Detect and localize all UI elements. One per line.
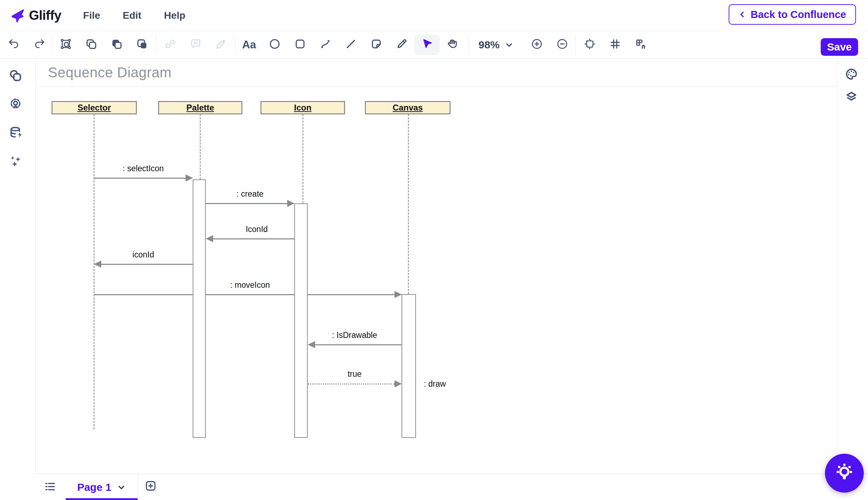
lifeline-palette[interactable] — [200, 114, 201, 179]
arrowhead — [287, 200, 295, 207]
message-label-draw[interactable]: : draw — [424, 379, 446, 389]
top-bar: Gliffy File Edit Help Back to Confluence — [0, 0, 868, 31]
select-transform-icon — [60, 38, 72, 52]
line-tool-icon — [345, 38, 357, 52]
message-label-true[interactable]: true — [308, 369, 402, 379]
message-label-iconid-to-selector[interactable]: iconId — [94, 250, 193, 260]
activation-bar-canvas[interactable] — [402, 294, 416, 438]
settings-panel-button[interactable] — [7, 96, 24, 113]
actor-icon[interactable]: Icon — [260, 101, 345, 114]
sequence-diagram: Selector Palette Icon Canvas : selectIco… — [36, 87, 837, 474]
lifeline-selector[interactable] — [94, 114, 95, 429]
message-label-selecticon[interactable]: : selectIcon — [94, 164, 193, 173]
link-icon — [164, 38, 176, 52]
pencil-tool-button[interactable] — [389, 35, 414, 55]
send-backward-icon — [110, 38, 123, 52]
zoom-in-icon — [531, 38, 543, 52]
data-import-button[interactable] — [7, 125, 24, 142]
text-tool-button[interactable]: Aa — [236, 35, 262, 55]
message-line-selecticon[interactable] — [94, 178, 186, 179]
shapes-panel-button[interactable] — [7, 68, 24, 85]
arrowhead — [186, 174, 193, 181]
undo-icon — [8, 38, 20, 52]
actor-canvas[interactable]: Canvas — [365, 101, 451, 114]
comment-icon — [189, 38, 202, 52]
bring-forward-button[interactable] — [129, 35, 155, 55]
guides-icon — [584, 38, 596, 52]
drawing-canvas[interactable]: Sequence Diagram Selector Palette Icon C… — [36, 59, 837, 474]
zoom-level-value: 98% — [478, 39, 500, 51]
zoom-in-button[interactable] — [524, 35, 549, 55]
assistant-fab[interactable] — [825, 454, 864, 493]
left-sidebar — [0, 59, 36, 500]
theme-panel-button[interactable] — [843, 66, 860, 83]
message-label-iconid-return[interactable]: IconId — [206, 225, 308, 234]
chevron-down-icon — [505, 40, 514, 49]
divider — [52, 35, 52, 55]
menu-file[interactable]: File — [83, 10, 100, 21]
actor-selector[interactable]: Selector — [52, 101, 137, 114]
back-to-confluence-button[interactable]: Back to Confluence — [729, 4, 856, 25]
pencil-tool-icon — [396, 38, 408, 52]
layers-panel-button[interactable] — [843, 89, 860, 106]
duplicate-button[interactable] — [78, 35, 104, 55]
message-label-moveicon[interactable]: : moveIcon — [206, 280, 294, 290]
ellipse-tool-button[interactable] — [262, 35, 287, 55]
settings-gear-icon — [8, 97, 23, 112]
redo-button[interactable] — [26, 35, 52, 55]
undo-button[interactable] — [1, 35, 26, 55]
connector-tool-icon — [319, 38, 332, 52]
duplicate-icon — [85, 38, 97, 52]
message-line-true-return[interactable] — [308, 383, 394, 385]
redo-icon — [33, 38, 46, 52]
message-line-moveicon[interactable] — [94, 294, 395, 295]
ai-assistant-button[interactable] — [7, 153, 24, 170]
lifeline-canvas[interactable] — [408, 114, 409, 294]
message-line-iconid-return[interactable] — [213, 238, 308, 239]
gliffy-logo: Gliffy — [10, 8, 61, 23]
snap-to-grid-button[interactable] — [628, 35, 653, 55]
eyedropper-button[interactable] — [208, 35, 234, 55]
link-button[interactable] — [157, 35, 183, 55]
pan-tool-button[interactable] — [440, 35, 465, 55]
layers-icon — [844, 90, 858, 105]
rectangle-tool-icon — [294, 38, 306, 52]
zoom-out-icon — [556, 38, 568, 52]
divider — [468, 35, 469, 55]
arrowhead — [394, 291, 402, 298]
add-page-button[interactable] — [142, 478, 159, 495]
divider — [235, 35, 235, 55]
pointer-tool-button[interactable] — [414, 35, 440, 55]
document-title[interactable]: Sequence Diagram — [48, 65, 171, 81]
connector-tool-button[interactable] — [313, 35, 338, 55]
rectangle-tool-button[interactable] — [287, 35, 313, 55]
message-line-iconid-to-selector[interactable] — [101, 264, 193, 265]
lifeline-icon[interactable] — [302, 114, 303, 203]
line-tool-button[interactable] — [338, 35, 363, 55]
actor-palette[interactable]: Palette — [158, 101, 242, 114]
page-list-icon — [44, 480, 56, 494]
zoom-level-dropdown[interactable]: 98% — [470, 35, 523, 55]
menu-edit[interactable]: Edit — [123, 10, 141, 21]
page-list-button[interactable] — [42, 479, 59, 496]
gliffy-logo-icon — [10, 8, 25, 23]
message-line-create[interactable] — [206, 203, 288, 204]
message-line-isdrawable[interactable] — [315, 344, 402, 345]
ellipse-tool-icon — [269, 38, 281, 52]
save-button[interactable]: Save — [821, 38, 858, 56]
shape-library-button[interactable] — [363, 35, 389, 55]
message-label-create[interactable]: : create — [206, 189, 294, 199]
arrowhead — [206, 235, 213, 242]
page-tab-1[interactable]: Page 1 — [66, 474, 138, 500]
message-label-isdrawable[interactable]: : IsDrawable — [308, 331, 402, 340]
send-backward-button[interactable] — [104, 35, 129, 55]
activation-bar-icon[interactable] — [294, 203, 308, 438]
select-transform-button[interactable] — [53, 35, 78, 55]
theme-palette-icon — [844, 67, 858, 83]
menu-help[interactable]: Help — [164, 10, 186, 21]
activation-bar-palette[interactable] — [193, 179, 206, 438]
comment-button[interactable] — [183, 35, 208, 55]
guides-button[interactable] — [577, 35, 602, 55]
zoom-out-button[interactable] — [549, 35, 575, 55]
grid-button[interactable] — [602, 35, 628, 55]
